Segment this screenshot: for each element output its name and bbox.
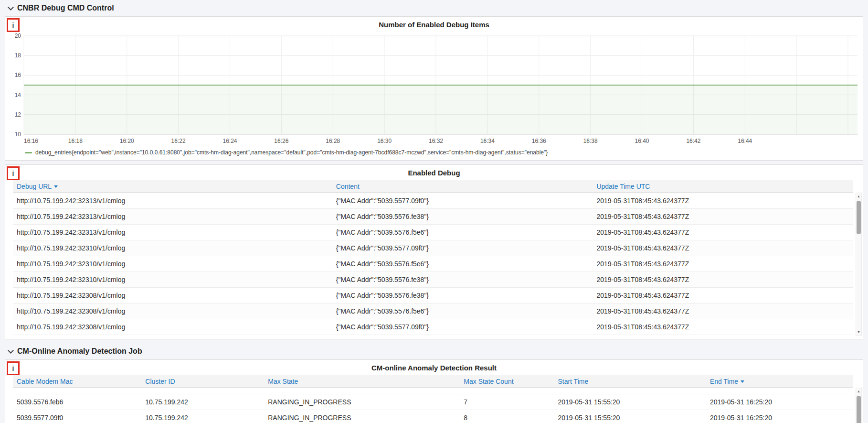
max-state-count-cell: 8 <box>460 410 554 423</box>
section-title: CNBR Debug CMD Control <box>17 4 114 12</box>
enabled-debug-panel-title[interactable]: Enabled Debug <box>5 165 863 179</box>
update-time-cell: 2019-05-31T08:45:43.624377Z <box>593 303 853 319</box>
table-header-row: Debug URL Content Update Time UTC <box>13 180 853 193</box>
update-time-cell: 2019-05-31T08:45:43.624377Z <box>593 256 853 271</box>
scroll-down-icon[interactable]: ▼ <box>856 329 861 336</box>
info-icon: i <box>12 170 14 177</box>
svg-text:16:22: 16:22 <box>171 138 186 144</box>
debug-items-chart-panel: i Number of Enabled Debug Items 10121416… <box>5 16 863 161</box>
chevron-down-icon <box>8 347 14 354</box>
column-header-update-time-utc[interactable]: Update Time UTC <box>593 180 853 193</box>
info-icon: i <box>12 22 14 29</box>
max-state-cell: RANGING_IN_PROGRESS <box>264 394 460 410</box>
update-time-cell: 2019-05-31T08:45:43.624377Z <box>593 193 853 208</box>
column-header-max-state-count[interactable]: Max State Count <box>460 375 554 388</box>
chart-legend[interactable]: debug_entries{endpoint="web",instance="1… <box>5 148 863 156</box>
max-state-count-cell: 7 <box>460 394 554 410</box>
enabled-debug-panel: i Enabled Debug Debug URL Content Update… <box>5 164 863 339</box>
update-time-cell: 2019-05-31T08:45:43.624377Z <box>593 287 853 303</box>
section-header-cm-online-anomaly-detection-job[interactable]: CM-Online Anomaly Detection Job <box>0 343 868 359</box>
debug-url-cell: http://10.75.199.242:32310/v1/cmlog <box>13 256 332 271</box>
debug-url-cell: http://10.75.199.242:32308/v1/cmlog <box>13 287 332 303</box>
svg-text:18: 18 <box>15 52 21 59</box>
table-row: 5039.5577.09f0 10.75.199.242 RANGING_IN_… <box>13 410 853 423</box>
end-time-cell: 2019-05-31 16:25:20 <box>706 410 853 423</box>
content-cell: {"MAC Addr":"5039.5576.fe38"} <box>332 287 593 303</box>
update-time-cell: 2019-05-31T08:45:43.624377Z <box>593 224 853 240</box>
column-header-max-state[interactable]: Max State <box>264 375 460 388</box>
column-header-cable-modem-mac[interactable]: Cable Modem Mac <box>13 375 141 388</box>
svg-text:10: 10 <box>15 131 21 138</box>
debug-url-cell: http://10.75.199.242:32313/v1/cmlog <box>13 193 332 208</box>
content-cell: {"MAC Addr":"5039.5577.09f0"} <box>332 240 593 256</box>
update-time-cell: 2019-05-31T08:45:43.624377Z <box>593 319 853 335</box>
column-header-content[interactable]: Content <box>332 180 593 193</box>
debug-url-cell: http://10.75.199.242:32313/v1/cmlog <box>13 224 332 240</box>
content-cell: {"MAC Addr":"5039.5576.f5e6"} <box>332 256 593 271</box>
start-time-cell: 2019-05-31 15:55:20 <box>554 410 706 423</box>
debug-url-cell: http://10.75.199.242:32308/v1/cmlog <box>13 303 332 319</box>
svg-text:12: 12 <box>15 111 21 118</box>
info-icon: i <box>12 365 14 372</box>
chevron-down-icon <box>8 4 14 11</box>
update-time-cell: 2019-05-31T08:45:43.624377Z <box>593 208 853 224</box>
table-row: http://10.75.199.242:32310/v1/cmlog {"MA… <box>13 256 853 271</box>
column-header-end-time[interactable]: End Time <box>706 375 853 388</box>
empty-row <box>13 388 853 394</box>
svg-text:16:30: 16:30 <box>377 138 392 144</box>
cluster-id-cell: 10.75.199.242 <box>141 410 264 423</box>
scrollbar-thumb[interactable] <box>857 201 861 234</box>
table-row: http://10.75.199.242:32313/v1/cmlog {"MA… <box>13 193 853 208</box>
update-time-cell: 2019-05-31T08:45:43.624377Z <box>593 271 853 287</box>
content-cell: {"MAC Addr":"5039.5577.09f0"} <box>332 193 593 208</box>
panel-info-icon[interactable]: i <box>7 361 20 375</box>
scroll-up-icon[interactable]: ▲ <box>856 193 861 200</box>
svg-text:16:24: 16:24 <box>222 138 237 144</box>
table-row: http://10.75.199.242:32308/v1/cmlog {"MA… <box>13 287 853 303</box>
debug-url-cell: http://10.75.199.242:32308/v1/cmlog <box>13 319 332 335</box>
svg-text:16:42: 16:42 <box>686 138 700 144</box>
content-cell: {"MAC Addr":"5039.5576.fe38"} <box>332 271 593 287</box>
scrollbar-thumb[interactable] <box>857 396 861 423</box>
panel-info-icon[interactable]: i <box>7 166 20 180</box>
dashboard: CNBR Debug CMD Control i Number of Enabl… <box>0 0 868 423</box>
legend-series-label: debug_entries{endpoint="web",instance="1… <box>35 149 548 156</box>
table-row: http://10.75.199.242:32308/v1/cmlog {"MA… <box>13 303 853 319</box>
cable-modem-mac-cell: 5039.5577.09f0 <box>13 410 141 423</box>
svg-text:16:16: 16:16 <box>24 138 38 144</box>
start-time-cell: 2019-05-31 15:55:20 <box>554 394 706 410</box>
section-header-cnbr-debug-cmd-control[interactable]: CNBR Debug CMD Control <box>0 0 868 16</box>
cable-modem-mac-cell: 5039.5576.feb6 <box>13 394 141 410</box>
table-row: http://10.75.199.242:32310/v1/cmlog {"MA… <box>13 271 853 287</box>
svg-text:16:32: 16:32 <box>429 138 443 144</box>
svg-text:16:18: 16:18 <box>68 138 83 144</box>
max-state-cell: RANGING_IN_PROGRESS <box>264 410 460 423</box>
panel-info-icon[interactable]: i <box>7 18 20 32</box>
update-time-cell: 2019-05-31T08:45:43.624377Z <box>593 240 853 256</box>
chart-panel-title[interactable]: Number of Enabled Debug Items <box>5 17 863 31</box>
sort-caret-down-icon <box>741 380 744 383</box>
column-header-start-time[interactable]: Start Time <box>554 375 706 388</box>
svg-text:16:26: 16:26 <box>274 138 288 144</box>
anomaly-panel-title[interactable]: CM-online Anomaly Detection Result <box>5 360 863 374</box>
content-cell: {"MAC Addr":"5039.5576.f5e6"} <box>332 303 593 319</box>
debug-url-cell: http://10.75.199.242:32310/v1/cmlog <box>13 240 332 256</box>
svg-text:14: 14 <box>15 92 21 98</box>
debug-items-line-chart[interactable]: 10121416182016:1616:1816:2016:2216:2416:… <box>7 31 861 148</box>
column-header-debug-url[interactable]: Debug URL <box>13 180 332 193</box>
anomaly-detection-table: Cable Modem Mac Cluster ID Max State Max… <box>13 375 853 423</box>
table-scrollbar[interactable]: ▲ ▼ <box>856 388 862 423</box>
enabled-debug-table: Debug URL Content Update Time UTC http:/… <box>13 180 853 335</box>
table-scrollbar[interactable]: ▲ ▼ <box>856 193 862 336</box>
svg-text:16:44: 16:44 <box>738 138 752 144</box>
svg-text:16:20: 16:20 <box>120 138 134 144</box>
column-header-cluster-id[interactable]: Cluster ID <box>141 375 264 388</box>
svg-text:16:36: 16:36 <box>532 138 546 144</box>
scroll-up-icon[interactable]: ▲ <box>856 388 861 395</box>
table-row: http://10.75.199.242:32308/v1/cmlog {"MA… <box>13 319 853 335</box>
svg-text:16: 16 <box>15 72 21 78</box>
table-row: 5039.5576.feb6 10.75.199.242 RANGING_IN_… <box>13 394 853 410</box>
end-time-cell: 2019-05-31 16:25:20 <box>706 394 853 410</box>
table-row: http://10.75.199.242:32310/v1/cmlog {"MA… <box>13 240 853 256</box>
debug-url-cell: http://10.75.199.242:32313/v1/cmlog <box>13 208 332 224</box>
